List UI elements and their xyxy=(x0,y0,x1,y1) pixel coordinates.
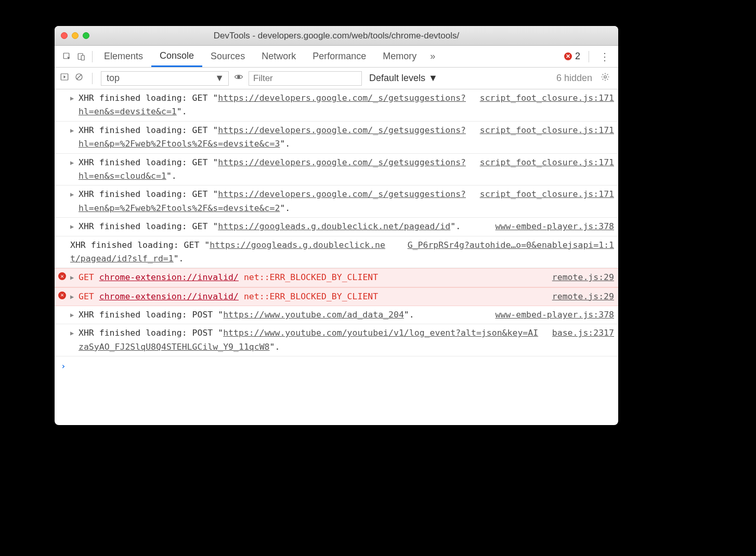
disclosure-triangle-icon[interactable]: ▶ xyxy=(70,273,74,283)
message-text: XHR finished loading: POST "https://www.… xyxy=(70,308,490,322)
close-icon[interactable] xyxy=(61,32,68,39)
error-icon: ✕ xyxy=(58,272,66,280)
tab-performance[interactable]: Performance xyxy=(304,46,374,67)
message-url[interactable]: https://googleads.g.doubleclick.net/page… xyxy=(218,221,450,231)
context-value: top xyxy=(107,73,120,84)
disclosure-triangle-icon[interactable]: ▶ xyxy=(70,94,74,103)
zoom-icon[interactable] xyxy=(83,32,89,39)
disclosure-triangle-icon[interactable]: ▶ xyxy=(70,292,74,302)
message-text: XHR finished loading: GET "https://devel… xyxy=(70,91,475,119)
disclosure-triangle-icon[interactable]: ▶ xyxy=(70,310,74,320)
tab-elements[interactable]: Elements xyxy=(96,46,151,67)
separator xyxy=(92,73,93,84)
disclosure-triangle-icon[interactable]: ▶ xyxy=(70,328,74,338)
message-text: GET chrome-extension://invalid/ net::ERR… xyxy=(70,271,547,284)
console-message[interactable]: ▶XHR finished loading: GET "https://deve… xyxy=(55,89,618,122)
kebab-menu-icon[interactable]: ⋮ xyxy=(592,50,618,63)
error-count: 2 xyxy=(575,51,580,62)
console-message[interactable]: ✕▶GET chrome-extension://invalid/ net::E… xyxy=(55,268,618,287)
live-expression-icon[interactable] xyxy=(234,72,243,84)
error-count-badge[interactable]: ✕ 2 xyxy=(559,51,585,62)
titlebar: DevTools - developers.google.com/web/too… xyxy=(55,26,618,46)
message-source-link[interactable]: www-embed-player.js:378 xyxy=(490,220,614,233)
message-text: XHR finished loading: GET "https://devel… xyxy=(70,188,475,215)
minimize-icon[interactable] xyxy=(72,32,79,39)
tab-network[interactable]: Network xyxy=(253,46,304,67)
message-source-link[interactable]: base.js:2317 xyxy=(547,326,614,354)
sidebar-toggle-icon[interactable] xyxy=(60,72,69,84)
message-source-link[interactable]: script_foot_closure.js:171 xyxy=(475,91,614,119)
tabbar: Elements Console Sources Network Perform… xyxy=(55,46,618,68)
separator xyxy=(589,51,589,62)
clear-console-icon[interactable] xyxy=(74,72,84,84)
device-toggle-icon[interactable] xyxy=(74,46,89,67)
disclosure-triangle-icon[interactable]: ▶ xyxy=(70,190,74,200)
message-source-link[interactable]: script_foot_closure.js:171 xyxy=(475,124,614,151)
message-text: GET chrome-extension://invalid/ net::ERR… xyxy=(70,290,547,303)
inspect-icon[interactable] xyxy=(60,46,74,67)
console-message[interactable]: ▶XHR finished loading: GET "https://deve… xyxy=(55,154,618,186)
message-url[interactable]: https://www.youtube.com/ad_data_204 xyxy=(223,310,404,320)
svg-point-6 xyxy=(604,76,607,78)
console-message[interactable]: XHR finished loading: GET "https://googl… xyxy=(55,236,618,269)
more-tabs-icon[interactable]: » xyxy=(425,51,440,62)
error-icon: ✕ xyxy=(58,292,66,299)
message-source-link[interactable]: script_foot_closure.js:171 xyxy=(475,156,614,183)
message-text: XHR finished loading: POST "https://www.… xyxy=(70,326,547,354)
console-output[interactable]: ▶XHR finished loading: GET "https://deve… xyxy=(55,89,618,425)
message-source-link[interactable]: remote.js:29 xyxy=(547,271,614,284)
message-text: XHR finished loading: GET "https://googl… xyxy=(70,220,490,233)
settings-icon[interactable] xyxy=(597,72,613,84)
message-url[interactable]: chrome-extension://invalid/ xyxy=(99,292,239,301)
console-message[interactable]: ▶XHR finished loading: GET "https://goog… xyxy=(55,218,618,236)
console-message[interactable]: ▶XHR finished loading: POST "https://www… xyxy=(55,306,618,324)
console-message[interactable]: ▶XHR finished loading: POST "https://www… xyxy=(55,324,618,356)
tab-sources[interactable]: Sources xyxy=(202,46,253,67)
console-prompt[interactable]: › xyxy=(55,356,618,376)
dropdown-icon: ▼ xyxy=(428,73,438,84)
levels-label: Default levels xyxy=(369,73,425,84)
message-url[interactable]: chrome-extension://invalid/ xyxy=(99,272,239,282)
dropdown-icon: ▼ xyxy=(211,73,228,84)
message-source-link[interactable]: script_foot_closure.js:171 xyxy=(475,188,614,215)
hidden-count[interactable]: 6 hidden xyxy=(556,73,592,84)
disclosure-triangle-icon[interactable]: ▶ xyxy=(70,158,74,168)
message-text: XHR finished loading: GET "https://devel… xyxy=(70,124,475,151)
log-levels-selector[interactable]: Default levels ▼ xyxy=(369,73,438,84)
console-message[interactable]: ✕▶GET chrome-extension://invalid/ net::E… xyxy=(55,287,618,306)
disclosure-triangle-icon[interactable]: ▶ xyxy=(70,126,74,136)
tab-memory[interactable]: Memory xyxy=(374,46,425,67)
message-source-link[interactable]: www-embed-player.js:378 xyxy=(490,308,614,322)
prompt-chevron-icon: › xyxy=(61,361,66,371)
svg-point-5 xyxy=(238,76,240,78)
console-toolbar: top ▼ Default levels ▼ 6 hidden xyxy=(55,68,618,89)
message-source-link[interactable]: remote.js:29 xyxy=(547,290,614,303)
disclosure-triangle-icon[interactable]: ▶ xyxy=(70,222,74,232)
error-icon: ✕ xyxy=(564,52,572,60)
message-text: XHR finished loading: GET "https://googl… xyxy=(70,239,402,266)
context-selector[interactable]: top ▼ xyxy=(101,71,229,86)
tab-console[interactable]: Console xyxy=(151,46,202,67)
traffic-lights xyxy=(61,32,89,39)
message-text: XHR finished loading: GET "https://devel… xyxy=(70,156,475,183)
console-message[interactable]: ▶XHR finished loading: GET "https://deve… xyxy=(55,186,618,218)
separator xyxy=(92,51,93,62)
window-title: DevTools - developers.google.com/web/too… xyxy=(55,31,618,41)
console-message[interactable]: ▶XHR finished loading: GET "https://deve… xyxy=(55,122,618,154)
message-source-link[interactable]: G_P6rpRSr4g?autohide…o=0&enablejsapi=1:1 xyxy=(402,239,614,266)
devtools-window: DevTools - developers.google.com/web/too… xyxy=(55,26,618,425)
svg-rect-2 xyxy=(81,55,84,60)
filter-input[interactable] xyxy=(249,71,362,86)
